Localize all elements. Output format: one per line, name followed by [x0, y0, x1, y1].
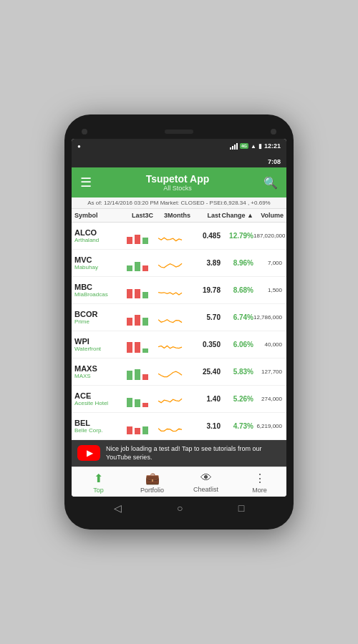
stock-symbol-cell: BCOR Prime — [74, 310, 123, 325]
change-cell: 4.73% — [221, 422, 253, 430]
table-row[interactable]: BEL Belle Corp. 3.10 4.73% 6,219,000 — [72, 413, 286, 440]
volume-cell: 6,219,000 — [253, 423, 284, 429]
table-row[interactable]: ACE Acesite Hotel 1.40 5.26% 274,000 — [72, 386, 286, 413]
stock-symbol-cell: MAXS MAXS — [74, 364, 123, 379]
nav-label-cheatlist: Cheatlist — [193, 486, 218, 493]
app-bar: ☰ Tsupetot App All Stocks 🔍 — [72, 167, 286, 197]
svg-rect-12 — [127, 342, 132, 353]
volume-cell: 187,020,000 — [253, 233, 286, 239]
change-cell: 8.68% — [221, 286, 253, 294]
table-row[interactable]: WPI Waterfront 0.350 6.06% 40,000 — [72, 331, 286, 358]
status-time: 12:21 — [264, 142, 281, 150]
phone-speaker — [165, 130, 193, 134]
price-cell: 0.485 — [190, 232, 221, 240]
stock-table: Symbol Last3C 3Months Last Change ▲ Volu… — [72, 209, 286, 440]
menu-icon[interactable]: ☰ — [80, 175, 92, 190]
svg-rect-9 — [127, 318, 132, 326]
th-volume: Volume — [253, 212, 284, 219]
stock-symbol: WPI — [74, 337, 123, 346]
stock-name: MlaBroadcas — [74, 291, 123, 298]
stock-name: Waterfront — [74, 346, 123, 352]
svg-rect-8 — [142, 292, 148, 298]
nav-item-top[interactable]: ⬆ Top — [81, 472, 117, 494]
table-header: Symbol Last3C 3Months Last Change ▲ Volu… — [72, 209, 286, 223]
status-left: ● — [77, 143, 81, 150]
app-subtitle: All Stocks — [92, 185, 263, 192]
phone-top — [72, 127, 286, 139]
price-cell: 3.89 — [190, 259, 221, 267]
stock-symbol: BCOR — [74, 310, 123, 318]
change-cell: 5.26% — [221, 395, 253, 403]
status-right: 4G ▲ ▮ 12:21 — [230, 142, 281, 150]
table-row[interactable]: ALCO Arthaland 0.485 12.79% 187,020,000 — [72, 223, 286, 250]
th-last3c: Last3C — [123, 212, 153, 219]
price-cell: 25.40 — [190, 368, 221, 376]
3months-chart — [153, 364, 190, 380]
more-icon: ⋮ — [254, 472, 266, 485]
last3c-chart — [123, 255, 153, 271]
search-button[interactable]: 🔍 — [263, 176, 278, 190]
portfolio-icon: 💼 — [145, 472, 160, 485]
phone-sensor — [271, 129, 276, 135]
svg-rect-3 — [127, 265, 132, 271]
svg-rect-23 — [142, 426, 148, 434]
svg-rect-10 — [135, 315, 140, 326]
recent-button[interactable]: □ — [238, 502, 244, 514]
status-bar: ● 4G ▲ ▮ 12:21 — [72, 139, 286, 153]
th-change: Change ▲ — [221, 212, 253, 219]
table-row[interactable]: MAXS MAXS 25.40 5.83% 127,700 — [72, 358, 286, 386]
svg-rect-2 — [142, 238, 148, 244]
table-row[interactable]: MBC MlaBroadcas 19.78 8.68% 1,500 — [72, 277, 286, 304]
3months-chart — [153, 419, 190, 434]
app-title: Tsupetot App — [92, 173, 263, 185]
change-cell: 12.79% — [221, 232, 253, 240]
stock-symbol: BEL — [74, 419, 123, 427]
svg-rect-16 — [135, 369, 140, 380]
svg-rect-4 — [135, 262, 140, 271]
back-button[interactable]: ◁ — [114, 502, 122, 514]
3months-chart — [153, 283, 190, 298]
phone-camera — [82, 129, 87, 135]
nav-item-cheatlist[interactable]: 👁 Cheatlist — [188, 472, 224, 494]
table-row[interactable]: MVC Mabuhay 3.89 8.96% 7,000 — [72, 250, 286, 277]
3months-chart — [153, 391, 190, 407]
3months-chart — [153, 310, 190, 326]
svg-rect-22 — [135, 428, 140, 434]
stock-symbol-cell: ACE Acesite Hotel — [74, 391, 123, 406]
last3c-chart — [123, 337, 153, 353]
change-cell: 6.74% — [221, 313, 253, 321]
last3c-chart — [123, 364, 153, 380]
svg-rect-20 — [142, 403, 148, 407]
price-cell: 0.350 — [190, 341, 221, 348]
home-button[interactable]: ○ — [177, 502, 183, 514]
last3c-chart — [123, 391, 153, 407]
table-row[interactable]: BCOR Prime 5.70 6.74% 12,786,000 — [72, 304, 286, 331]
change-cell: 6.06% — [221, 341, 253, 348]
ad-banner[interactable]: ▶ Nice job loading a test ad! Tap to see… — [72, 440, 286, 467]
volume-cell: 7,000 — [253, 260, 284, 266]
stock-name: Belle Corp. — [74, 427, 123, 434]
svg-rect-0 — [127, 237, 132, 244]
market-info-text: As of: 12/14/2016 03:20 PM Market: CLOSE… — [87, 200, 270, 206]
youtube-button[interactable]: ▶ — [77, 445, 100, 461]
bottom-nav: ⬆ Top 💼 Portfolio 👁 Cheatlist ⋮ More — [72, 467, 286, 497]
nav-item-portfolio[interactable]: 💼 Portfolio — [135, 472, 170, 494]
last3c-chart — [123, 310, 153, 326]
stock-symbol: MAXS — [74, 364, 123, 373]
stock-symbol-cell: ALCO Arthaland — [74, 228, 123, 243]
svg-rect-11 — [142, 318, 148, 326]
volume-cell: 127,700 — [253, 369, 284, 375]
volume-cell: 40,000 — [253, 341, 284, 348]
phone-shell: ● 4G ▲ ▮ 12:21 7:08 ☰ Tsup — [64, 114, 294, 530]
svg-rect-7 — [135, 289, 140, 298]
secondary-time: 7:08 — [268, 158, 281, 165]
last3c-chart — [123, 228, 153, 244]
price-cell: 19.78 — [190, 286, 221, 294]
stock-symbol: MVC — [74, 255, 123, 264]
stock-symbol: MBC — [74, 283, 123, 291]
svg-rect-21 — [127, 426, 132, 434]
notification-icons: ● — [77, 143, 81, 150]
phone-hardware-nav: ◁ ○ □ — [72, 497, 286, 517]
svg-rect-14 — [142, 348, 148, 353]
nav-item-more[interactable]: ⋮ More — [242, 472, 278, 494]
